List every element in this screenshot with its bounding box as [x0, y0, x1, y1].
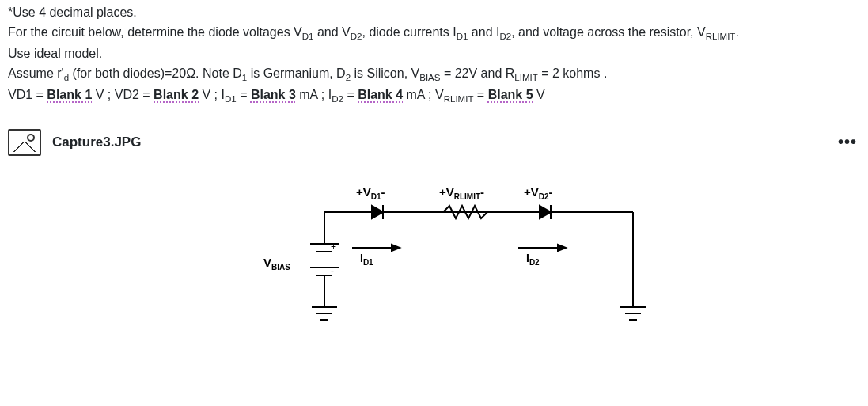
svg-text:+: +: [331, 241, 336, 252]
svg-marker-19: [392, 245, 400, 251]
line-4: Assume r'd (for both diodes)=20Ω. Note D…: [8, 64, 860, 85]
problem-statement: *Use 4 decimal places. For the circuit b…: [8, 3, 860, 107]
circuit-diagram: +VD1- +VRLIMIT- +VD2- ID1 ID2 VBIAS + -: [8, 169, 860, 374]
svg-marker-12: [540, 206, 551, 218]
svg-text:VBIAS: VBIAS: [263, 256, 290, 271]
svg-marker-21: [558, 245, 566, 251]
svg-text:+VRLIMIT-: +VRLIMIT-: [439, 185, 484, 201]
svg-text:ID1: ID1: [360, 252, 373, 267]
attachment-item[interactable]: Capture3.JPG: [8, 129, 141, 156]
svg-text:+VD2-: +VD2-: [524, 185, 553, 201]
svg-marker-10: [372, 206, 383, 218]
svg-text:-: -: [331, 265, 334, 276]
image-file-icon: [8, 129, 41, 156]
line-answers: VD1 = Blank 1 V ; VD2 = Blank 2 V ; ID1 …: [8, 85, 860, 107]
ellipsis-icon[interactable]: •••: [838, 130, 860, 154]
blank-1[interactable]: Blank 1: [47, 88, 92, 101]
attachment-filename: Capture3.JPG: [52, 132, 141, 153]
line-1: *Use 4 decimal places.: [8, 3, 860, 23]
blank-2[interactable]: Blank 2: [154, 88, 199, 101]
blank-4[interactable]: Blank 4: [358, 88, 403, 101]
attachment-bar: Capture3.JPG •••: [8, 124, 860, 161]
blank-5[interactable]: Blank 5: [488, 88, 533, 101]
line-2: For the circuit below, determine the dio…: [8, 23, 860, 44]
blank-3[interactable]: Blank 3: [251, 88, 296, 101]
svg-text:+VD1-: +VD1-: [356, 185, 385, 201]
line-3: Use ideal model.: [8, 44, 860, 64]
svg-text:ID2: ID2: [526, 252, 540, 267]
